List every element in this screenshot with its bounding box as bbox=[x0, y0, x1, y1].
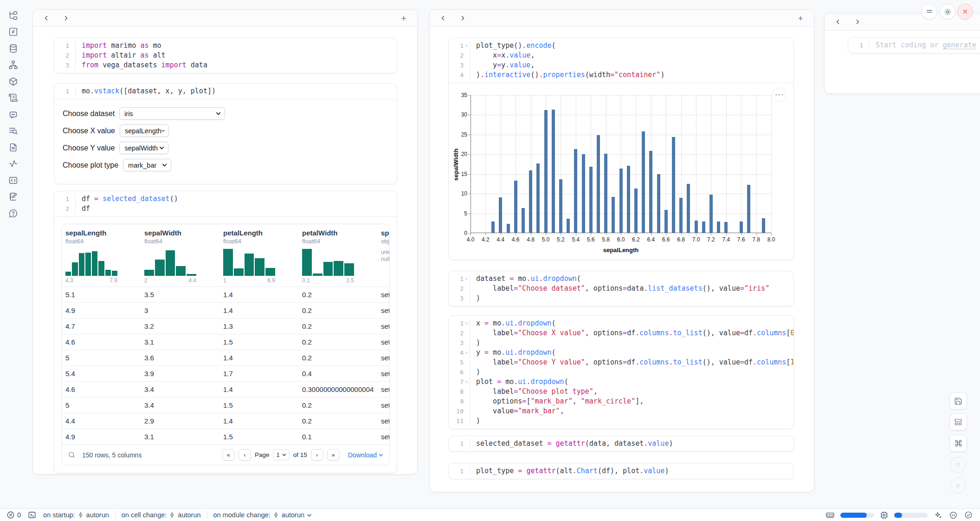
code-editor-plot[interactable]: 1∨plot_type().encode(2 x=x.value,3 y=y.v… bbox=[449, 38, 793, 83]
file-tree-icon[interactable] bbox=[8, 10, 18, 20]
database-icon[interactable] bbox=[8, 43, 18, 53]
x-tick-label: 4.6 bbox=[508, 236, 523, 243]
code-line: 3 y=y.value, bbox=[449, 60, 793, 70]
cell-dataset-dropdown: 1∨dataset = mo.ui.dropdown(2 label="Choo… bbox=[448, 271, 794, 306]
function-square-icon[interactable] bbox=[8, 27, 18, 37]
code-editor-selected[interactable]: 1selected_dataset = getattr(data, datase… bbox=[449, 436, 793, 451]
plot-area[interactable] bbox=[471, 95, 771, 233]
table-row[interactable]: 53.41.50.2setosa bbox=[62, 397, 389, 413]
dropdown-choose-x-value[interactable]: sepalLength bbox=[120, 124, 169, 137]
code-editor-imports[interactable]: 1import marimo as mo2import altair as al… bbox=[54, 38, 397, 73]
code-editor-dataset[interactable]: 1∨dataset = mo.ui.dropdown(2 label="Choo… bbox=[449, 271, 793, 306]
connection-status-icon[interactable] bbox=[963, 510, 974, 520]
column-header-sepalWidth[interactable]: sepalWidthfloat6424.4 bbox=[141, 224, 219, 287]
document-icon[interactable] bbox=[8, 142, 18, 152]
fold-icon[interactable]: ∨ bbox=[464, 41, 470, 51]
last-page-button[interactable]: » bbox=[327, 449, 340, 461]
control-label: Choose plot type bbox=[63, 161, 118, 169]
table-row[interactable]: 4.42.91.40.2setosa bbox=[62, 413, 389, 429]
notebook-menu-button[interactable] bbox=[922, 4, 937, 20]
x-tick-label: 5.2 bbox=[553, 236, 568, 243]
code-line: 1mo.vstack([dataset, x, y, plot]) bbox=[54, 86, 397, 96]
code-editor-xyplot[interactable]: 1∨x = mo.ui.dropdown(2 label="Choose X v… bbox=[449, 316, 793, 429]
download-button[interactable]: Download bbox=[348, 451, 383, 459]
dropdown-choose-y-value[interactable]: sepalWidth bbox=[119, 142, 168, 154]
column-prev-icon[interactable] bbox=[832, 16, 844, 27]
table-row[interactable]: 4.73.21.30.2setosa bbox=[62, 318, 389, 334]
error-count-badge[interactable]: 0 bbox=[6, 511, 21, 519]
x-tick-label: 4.8 bbox=[523, 236, 539, 243]
search-icon[interactable] bbox=[68, 451, 76, 459]
cpu-icon bbox=[879, 510, 889, 520]
table-row[interactable]: 53.61.40.2setosa bbox=[62, 350, 389, 365]
scratchpad-icon[interactable] bbox=[8, 192, 18, 202]
y-tick-label: 5 bbox=[449, 210, 467, 217]
close-icon[interactable] bbox=[957, 4, 973, 20]
help-icon[interactable] bbox=[8, 208, 18, 218]
fold-icon[interactable]: ∨ bbox=[464, 274, 470, 284]
x-tick-label: 4.4 bbox=[493, 236, 509, 243]
save-button[interactable] bbox=[949, 392, 967, 410]
column-header-species[interactable]: speciesobjectunique:nulls: bbox=[377, 224, 390, 287]
code-editor-vstack[interactable]: 1mo.vstack([dataset, x, y, plot]) bbox=[54, 84, 397, 99]
ai-sparkles-icon[interactable] bbox=[933, 510, 943, 520]
column-next-icon[interactable] bbox=[457, 13, 469, 24]
fold-icon[interactable]: ∨ bbox=[464, 377, 470, 387]
cell-dataframe: 1df = selected_dataset()2df sepalLengthf… bbox=[54, 191, 397, 473]
column-prev-icon[interactable] bbox=[40, 13, 52, 24]
column-next-icon[interactable] bbox=[851, 16, 864, 27]
column-next-icon[interactable] bbox=[60, 13, 72, 24]
next-page-button[interactable]: › bbox=[311, 449, 323, 461]
column-header-sepalLength[interactable]: sepalLengthfloat644.37.9 bbox=[62, 224, 141, 287]
scroll-icon[interactable] bbox=[8, 93, 18, 103]
search-list-icon[interactable] bbox=[8, 126, 18, 136]
first-page-button[interactable]: « bbox=[222, 449, 235, 461]
settings-gear-icon[interactable] bbox=[940, 4, 955, 20]
package-icon[interactable] bbox=[8, 76, 18, 86]
fold-icon[interactable]: ∨ bbox=[464, 319, 470, 328]
code-line: 9 options=["mark_bar", "mark_circle"], bbox=[449, 397, 793, 406]
chat-bot-icon[interactable] bbox=[8, 109, 18, 119]
dropdown-choose-dataset[interactable]: iris bbox=[119, 107, 225, 120]
code-line: 1∨x = mo.ui.dropdown( bbox=[449, 319, 793, 328]
table-row[interactable]: 5.13.51.40.2setosa bbox=[62, 287, 389, 302]
layout-button[interactable] bbox=[949, 413, 967, 430]
add-cell-button[interactable]: + bbox=[794, 13, 806, 24]
chart-menu-icon[interactable] bbox=[772, 88, 786, 102]
page-select[interactable]: 1 bbox=[273, 449, 289, 460]
table-row[interactable]: 4.63.11.50.2setosa bbox=[62, 334, 389, 350]
empty-code-editor[interactable]: 1 Start coding or generate with AI bbox=[848, 38, 980, 53]
column-header-petalWidth[interactable]: petalWidthfloat640.12.5 bbox=[298, 224, 377, 287]
runtime-config-segment[interactable]: on startup:autorun bbox=[43, 511, 109, 519]
code-line: 3from vega_datasets import data bbox=[54, 60, 397, 70]
x-tick-label: 7.2 bbox=[703, 236, 719, 243]
command-palette-button[interactable] bbox=[949, 435, 967, 452]
table-body: 5.13.51.40.2setosa4.931.40.2setosa4.73.2… bbox=[62, 287, 389, 444]
x-tick-label: 5.0 bbox=[538, 236, 554, 243]
fold-icon[interactable]: ∨ bbox=[464, 348, 470, 358]
copilot-icon[interactable] bbox=[948, 510, 958, 520]
table-row[interactable]: 4.93.11.50.1setosa bbox=[62, 429, 389, 444]
column-prev-icon[interactable] bbox=[437, 13, 449, 24]
prev-page-button[interactable]: ‹ bbox=[239, 449, 251, 461]
dependency-graph-icon[interactable] bbox=[8, 60, 18, 70]
runtime-config-segment[interactable]: on module change:autorun bbox=[213, 511, 312, 519]
stop-button[interactable] bbox=[950, 457, 966, 473]
run-button[interactable] bbox=[950, 478, 966, 494]
column-header-petalLength[interactable]: petalLengthfloat6416.9 bbox=[219, 224, 298, 287]
table-row[interactable]: 4.931.40.2setosa bbox=[62, 302, 389, 318]
x-tick-label: 5.4 bbox=[568, 236, 584, 243]
code-editor-plottype[interactable]: 1plot_type = getattr(alt.Chart(df), plot… bbox=[449, 463, 793, 479]
x-tick-label: 4.0 bbox=[463, 236, 478, 243]
code-line: 1df = selected_dataset() bbox=[54, 194, 397, 204]
dropdown-choose-plot-type[interactable]: mark_bar bbox=[123, 159, 171, 171]
runtime-config-segment[interactable]: on cell change:autorun bbox=[122, 511, 201, 519]
table-row[interactable]: 4.63.41.40.30000000000000004setosa bbox=[62, 381, 389, 397]
table-row[interactable]: 5.43.91.70.4setosa bbox=[62, 365, 389, 381]
add-cell-button[interactable]: + bbox=[398, 13, 410, 24]
code-snippet-icon[interactable] bbox=[8, 175, 18, 185]
activity-icon[interactable] bbox=[8, 159, 18, 169]
code-editor-df[interactable]: 1df = selected_dataset()2df bbox=[54, 191, 397, 216]
terminal-icon[interactable] bbox=[27, 510, 37, 520]
chevron-down-icon bbox=[307, 513, 312, 518]
